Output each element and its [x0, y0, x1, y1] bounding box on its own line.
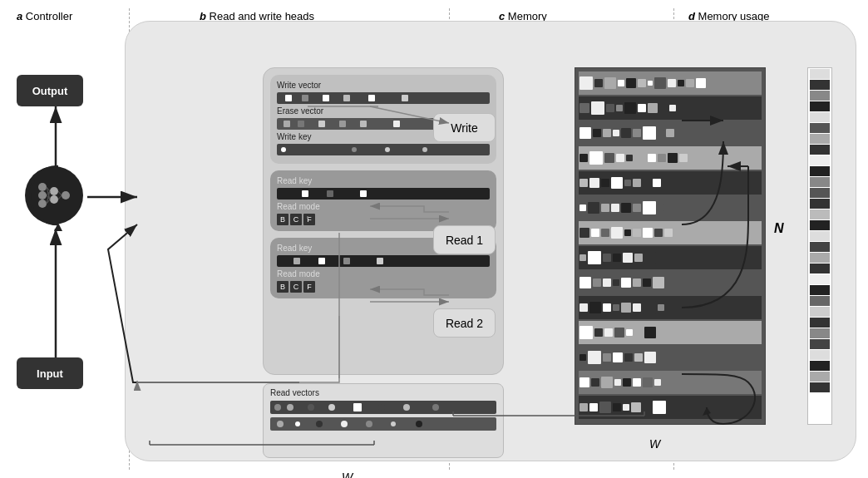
read2-button: Read 2: [433, 308, 496, 338]
usage-row-26: [810, 339, 830, 349]
memory-panel: [575, 67, 766, 425]
mem-row-9: [579, 271, 762, 294]
read1-section: Read key Read mode B C F: [270, 170, 496, 231]
read1-button: Read 1: [433, 225, 496, 254]
w-label-rv: W: [342, 471, 353, 478]
read1-mode-label: Read mode: [277, 202, 490, 211]
usage-row-29: [810, 372, 830, 382]
usage-row-19: [810, 264, 830, 273]
bcf-f1: F: [303, 214, 315, 225]
usage-row-22: [810, 296, 830, 306]
usage-row-5: [810, 112, 830, 122]
usage-row-3: [810, 91, 830, 101]
usage-row-1: [810, 69, 830, 79]
mem-row-7: [579, 221, 762, 244]
section-a-label: a Controller: [17, 10, 72, 22]
read1-key-strip: [277, 188, 490, 200]
bcf-c2: C: [290, 281, 302, 293]
read1-key-label: Read key: [277, 176, 490, 185]
read1-bcf: B C F: [277, 214, 490, 225]
write-vector-label: Write vector: [277, 81, 490, 90]
usage-panel: [807, 67, 832, 425]
usage-row-23: [810, 307, 830, 317]
usage-row-13: [810, 199, 830, 209]
usage-row-18: [810, 253, 830, 263]
usage-row-21: [810, 285, 830, 295]
mem-row-12: [579, 346, 762, 369]
mem-row-3: [579, 121, 762, 145]
rv-strip-1: [270, 401, 496, 414]
usage-row-15: [810, 220, 830, 230]
usage-row-16: [810, 231, 830, 241]
mem-row-11: [579, 321, 762, 344]
bcf-c1: C: [290, 214, 302, 225]
usage-row-30: [810, 382, 830, 392]
output-box: Output: [17, 75, 83, 106]
w-label-mem: W: [649, 437, 660, 451]
usage-row-25: [810, 328, 830, 338]
usage-row-17: [810, 242, 830, 252]
rv-strip-2: [270, 417, 496, 431]
mem-row-13: [579, 371, 762, 394]
usage-row-12: [810, 188, 830, 198]
usage-row-4: [810, 101, 830, 111]
input-box: Input: [17, 357, 83, 389]
usage-row-9: [810, 155, 830, 165]
mem-row-1: [579, 71, 762, 95]
self-loop-arrow: [12, 158, 112, 241]
usage-row-28: [810, 361, 830, 371]
usage-row-14: [810, 209, 830, 219]
mem-row-8: [579, 246, 762, 269]
mem-row-2: [579, 96, 762, 120]
diagram-container: a Controller b Read and write heads c Me…: [0, 0, 868, 478]
mem-row-5: [579, 171, 762, 195]
mem-row-4: [579, 146, 762, 170]
read-vectors-label: Read vectors: [270, 388, 496, 397]
n-label: N: [774, 221, 784, 236]
write-key-strip: [277, 144, 490, 155]
mem-row-6: [579, 196, 762, 219]
usage-row-20: [810, 274, 830, 284]
usage-row-27: [810, 350, 830, 360]
write-button: Write: [433, 113, 496, 142]
usage-row-7: [810, 134, 830, 144]
bcf-b2: B: [277, 281, 289, 293]
usage-row-11: [810, 177, 830, 187]
read2-key-strip: [277, 255, 490, 267]
read2-mode-label: Read mode: [277, 269, 490, 278]
bcf-f2: F: [303, 281, 315, 293]
bcf-b1: B: [277, 214, 289, 225]
usage-row-24: [810, 318, 830, 328]
usage-row-2: [810, 80, 830, 90]
usage-row-6: [810, 123, 830, 133]
usage-row-10: [810, 166, 830, 176]
main-panel: Write vector Erase vector: [125, 21, 856, 461]
read-vectors-panel: Read vectors: [263, 383, 504, 458]
usage-row-8: [810, 145, 830, 155]
mem-row-10: [579, 296, 762, 319]
read2-bcf: B C F: [277, 281, 490, 293]
mem-row-14: [579, 396, 762, 419]
write-vector-strip: [277, 92, 490, 104]
